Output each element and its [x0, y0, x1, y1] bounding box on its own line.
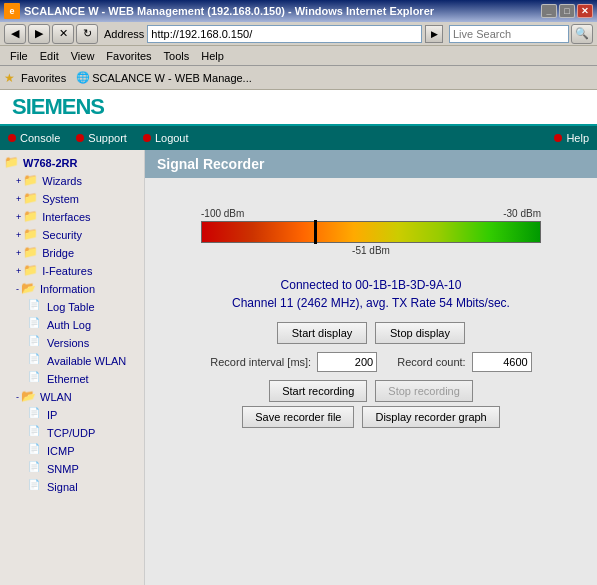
folder-icon: 📁	[23, 263, 39, 279]
favorites-item-label: SCALANCE W - WEB Manage...	[92, 72, 252, 84]
sidebar-item-ip-label: IP	[47, 409, 57, 421]
main-content: Signal Recorder -100 dBm -30 dBm -51 dBm	[145, 150, 597, 585]
bottom-buttons: Start recording Stop recording Save reco…	[161, 380, 581, 428]
folder-open-icon: 📂	[21, 389, 37, 405]
sidebar-item-ip[interactable]: 📄 IP	[0, 406, 144, 424]
forward-button[interactable]: ▶	[28, 24, 50, 44]
signal-label-left: -100 dBm	[201, 208, 244, 219]
folder-icon: 📁	[4, 155, 20, 171]
stop-recording-button[interactable]: Stop recording	[375, 380, 473, 402]
nav-logout[interactable]: Logout	[143, 132, 189, 144]
sidebar-item-interfaces[interactable]: + 📁 Interfaces	[0, 208, 144, 226]
sidebar-item-system[interactable]: + 📁 System	[0, 190, 144, 208]
recording-buttons-row: Start recording Stop recording	[269, 380, 473, 402]
favorites-star-icon: ★	[4, 71, 15, 85]
record-count-input[interactable]	[472, 352, 532, 372]
sidebar: 📁 W768-2RR + 📁 Wizards + 📁 System + 📁 In…	[0, 150, 145, 585]
sidebar-item-icmp-label: ICMP	[47, 445, 75, 457]
sidebar-item-ethernet[interactable]: 📄 Ethernet	[0, 370, 144, 388]
search-button[interactable]: 🔍	[571, 24, 593, 44]
sidebar-item-wizards[interactable]: + 📁 Wizards	[0, 172, 144, 190]
info-line1: Connected to 00-1B-1B-3D-9A-10	[161, 276, 581, 294]
folder-icon: 📁	[23, 173, 39, 189]
sidebar-item-tcpudp[interactable]: 📄 TCP/UDP	[0, 424, 144, 442]
favorites-item-scalance[interactable]: 🌐 SCALANCE W - WEB Manage...	[72, 70, 256, 85]
app-icon: e	[4, 3, 20, 19]
record-interval-input[interactable]	[317, 352, 377, 372]
folder-icon: 📁	[23, 245, 39, 261]
search-input[interactable]	[449, 25, 569, 43]
page-icon: 📄	[28, 479, 44, 495]
sidebar-item-information[interactable]: - 📂 Information	[0, 280, 144, 298]
nav-logout-label: Logout	[155, 132, 189, 144]
page-icon: 📄	[28, 335, 44, 351]
nav-help[interactable]: Help	[554, 132, 589, 144]
nav-support[interactable]: Support	[76, 132, 127, 144]
menu-edit[interactable]: Edit	[34, 49, 65, 63]
signal-center-label: -51 dBm	[201, 245, 541, 256]
back-button[interactable]: ◀	[4, 24, 26, 44]
expand-icon: +	[16, 230, 21, 240]
minimize-button[interactable]: _	[541, 4, 557, 18]
logout-dot-icon	[143, 134, 151, 142]
menu-view[interactable]: View	[65, 49, 101, 63]
page-icon: 📄	[28, 443, 44, 459]
support-dot-icon	[76, 134, 84, 142]
record-count-label: Record count:	[397, 356, 465, 368]
sidebar-item-logtable[interactable]: 📄 Log Table	[0, 298, 144, 316]
info-line2: Channel 11 (2462 MHz), avg. TX Rate 54 M…	[161, 294, 581, 312]
sidebar-item-versions[interactable]: 📄 Versions	[0, 334, 144, 352]
sidebar-item-available-wlan[interactable]: 📄 Available WLAN	[0, 352, 144, 370]
sidebar-item-bridge[interactable]: + 📁 Bridge	[0, 244, 144, 262]
stop-button[interactable]: ✕	[52, 24, 74, 44]
nav-help-label: Help	[566, 132, 589, 144]
start-recording-button[interactable]: Start recording	[269, 380, 367, 402]
file-buttons-row: Save recorder file Display recorder grap…	[242, 406, 500, 428]
menu-help[interactable]: Help	[195, 49, 230, 63]
sidebar-item-ifeatures[interactable]: + 📁 I-Features	[0, 262, 144, 280]
sidebar-item-wlan[interactable]: - 📂 WLAN	[0, 388, 144, 406]
siemens-header: SIEMENS	[0, 90, 597, 126]
record-count-group: Record count:	[397, 352, 531, 372]
menu-favorites[interactable]: Favorites	[100, 49, 157, 63]
start-display-button[interactable]: Start display	[277, 322, 367, 344]
content-body: -100 dBm -30 dBm -51 dBm Connected to 00…	[145, 178, 597, 438]
sidebar-item-signal[interactable]: 📄 Signal	[0, 478, 144, 496]
sidebar-item-authlog[interactable]: 📄 Auth Log	[0, 316, 144, 334]
stop-display-button[interactable]: Stop display	[375, 322, 465, 344]
refresh-button[interactable]: ↻	[76, 24, 98, 44]
maximize-button[interactable]: □	[559, 4, 575, 18]
sidebar-item-w768-label: W768-2RR	[23, 157, 77, 169]
sidebar-item-security-label: Security	[42, 229, 82, 241]
nav-console[interactable]: Console	[8, 132, 60, 144]
page-icon: 📄	[28, 425, 44, 441]
sidebar-item-security[interactable]: + 📁 Security	[0, 226, 144, 244]
folder-icon: 📁	[23, 191, 39, 207]
sidebar-item-logtable-label: Log Table	[47, 301, 95, 313]
signal-bar	[201, 221, 541, 243]
expand-icon: -	[16, 284, 19, 294]
menu-file[interactable]: File	[4, 49, 34, 63]
help-dot-icon	[554, 134, 562, 142]
page-icon: 📄	[28, 461, 44, 477]
display-graph-button[interactable]: Display recorder graph	[362, 406, 499, 428]
form-row: Record interval [ms]: Record count:	[161, 352, 581, 372]
sidebar-item-w768[interactable]: 📁 W768-2RR	[0, 154, 144, 172]
record-interval-group: Record interval [ms]:	[210, 352, 377, 372]
go-button[interactable]: ▶	[425, 25, 443, 43]
close-button[interactable]: ✕	[577, 4, 593, 18]
signal-indicator	[314, 220, 317, 244]
page-icon: 📄	[28, 407, 44, 423]
sidebar-item-ifeatures-label: I-Features	[42, 265, 92, 277]
expand-icon: +	[16, 248, 21, 258]
sidebar-item-snmp[interactable]: 📄 SNMP	[0, 460, 144, 478]
nav-menu: Console Support Logout Help	[0, 126, 597, 150]
sidebar-item-icmp[interactable]: 📄 ICMP	[0, 442, 144, 460]
menu-tools[interactable]: Tools	[158, 49, 196, 63]
address-input[interactable]	[147, 25, 422, 43]
sidebar-item-authlog-label: Auth Log	[47, 319, 91, 331]
title-bar: e SCALANCE W - WEB Management (192.168.0…	[0, 0, 597, 22]
save-recorder-button[interactable]: Save recorder file	[242, 406, 354, 428]
record-interval-label: Record interval [ms]:	[210, 356, 311, 368]
page-icon: 📄	[28, 371, 44, 387]
